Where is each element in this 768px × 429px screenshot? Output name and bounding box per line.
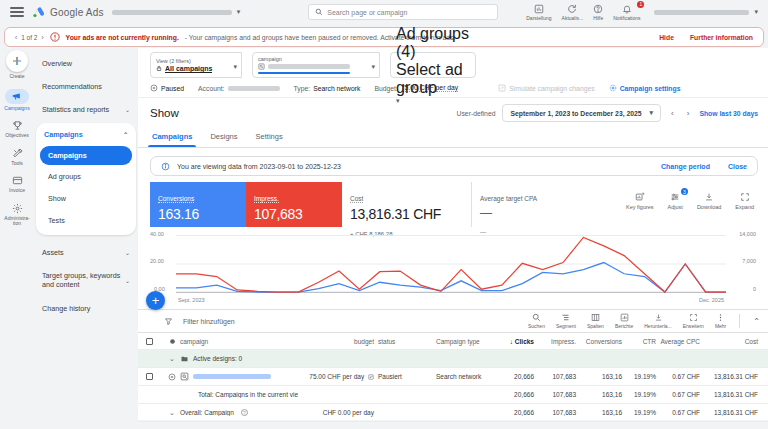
notifications-button[interactable]: 1 Notifications [613, 4, 640, 21]
nav-item-recommendations[interactable]: Recommendations [34, 75, 138, 98]
redacted-campaign-link[interactable] [193, 374, 271, 379]
simulate-icon [498, 84, 506, 92]
rail-item-administration[interactable]: Administra- tion [2, 203, 32, 227]
chevron-down-icon[interactable]: ⌄ [169, 409, 175, 417]
col-ctr[interactable]: CTR [626, 338, 660, 345]
nav-item-change-history[interactable]: Change history [34, 297, 138, 320]
cell-budget[interactable]: 75.00 CHF per day [298, 373, 378, 380]
nav-item-tests[interactable]: Tests [36, 209, 136, 231]
chevron-down-icon: ⌄ [125, 249, 130, 256]
refresh-icon [567, 4, 577, 14]
alert-more-link[interactable]: Further information [690, 34, 753, 41]
nav-item-show[interactable]: Show [36, 187, 136, 209]
nav-item-statistics[interactable]: Statistics and reports⌄ [34, 98, 138, 121]
rail-item-tools[interactable]: Tools [11, 148, 23, 167]
col-type[interactable]: Campaign type [436, 338, 498, 345]
col-budget[interactable]: budget [298, 338, 378, 345]
previous-period-button[interactable]: ‹ [668, 109, 677, 118]
paused-status-icon[interactable] [168, 373, 176, 381]
tab-campaigns[interactable]: Campaigns [152, 132, 192, 147]
alert-prev-icon[interactable]: ‹ [15, 34, 17, 41]
date-range-dropdown[interactable]: September 1, 2023 to December 23, 2025 ▾ [502, 104, 661, 122]
metric-card-conversions[interactable]: Conversions 163.16 + 161.16 [150, 182, 246, 227]
metric-card-cost[interactable]: Cost 13,816.31 CHF + CHF 8,186.28 [342, 182, 472, 227]
col-cost[interactable]: Cost [704, 338, 762, 345]
create-button[interactable]: Create [6, 50, 28, 80]
table-columns-button[interactable]: Spalten [587, 313, 604, 329]
col-status[interactable]: status [378, 338, 436, 345]
darstellung-button[interactable]: Darstellung [526, 4, 551, 21]
filter-bar: View (2 filters) All campaigns ▾ campaig… [138, 48, 768, 78]
nav-group-campaigns-header[interactable]: Campaigns⌃ [36, 123, 136, 146]
edit-pencil-icon[interactable] [368, 374, 374, 380]
rail-item-objectives[interactable]: Objectives [5, 120, 28, 139]
group-row-active-designs[interactable]: ⌄ Active designs: 0 [138, 350, 768, 368]
gear-icon [12, 203, 23, 214]
help-button[interactable]: Hilfe [593, 4, 603, 21]
key-figures-button[interactable]: Key figures [626, 192, 654, 227]
x-axis-end-label: Dec. 2025 [699, 297, 724, 303]
filter-input[interactable]: Filter hinzufügen [183, 318, 235, 325]
performance-chart[interactable]: 40.00 20.00 0.00 14,000 7,000 0 Sept. 20… [150, 231, 756, 303]
metric-card-impressions[interactable]: Impress. 107,683 - 8,369 [246, 182, 342, 227]
adjust-button[interactable]: 3 Adjust [668, 192, 683, 227]
nav-item-assets[interactable]: Assets⌄ [34, 241, 138, 264]
col-campaign[interactable]: campaign [180, 338, 298, 345]
next-period-button[interactable]: › [684, 109, 693, 118]
campaign-row[interactable]: 75.00 CHF per day Pausiert Search networ… [138, 368, 768, 386]
notification-badge: 1 [637, 1, 644, 8]
close-banner-link[interactable]: Close [728, 163, 747, 170]
menu-icon[interactable] [10, 7, 24, 17]
col-clicks[interactable]: ↓ Clicks [498, 338, 538, 345]
collapse-toolbar-icon[interactable]: ⌃ [753, 317, 760, 326]
campaign-filter-dropdown[interactable]: campaign ▾ [252, 52, 380, 78]
account-selector[interactable]: ▾ [112, 8, 241, 16]
product-name: Google Ads [50, 7, 104, 18]
search-placeholder: Search page or campaign [327, 9, 407, 16]
alert-pager-text: 1 of 2 [21, 34, 37, 41]
tab-designs[interactable]: Designs [210, 132, 237, 147]
search-input[interactable]: Search page or campaign [308, 4, 498, 20]
account-info: Account: [198, 85, 279, 92]
nav-item-campaigns-selected[interactable]: Campaigns [40, 146, 132, 165]
row-checkbox[interactable] [146, 373, 153, 380]
col-conversions[interactable]: Conversions [580, 338, 626, 345]
table-more-button[interactable]: Mehr [715, 313, 726, 329]
metric-card-target-cpa[interactable]: Average target CPA — — [472, 182, 602, 227]
tab-settings[interactable]: Settings [256, 132, 283, 147]
add-campaign-fab[interactable]: + [146, 291, 165, 310]
campaign-settings-link[interactable]: Campaign settings [609, 84, 681, 92]
change-period-link[interactable]: Change period [661, 163, 710, 170]
alert-next-icon[interactable]: › [41, 34, 43, 41]
table-segment-button[interactable]: Segment [556, 313, 576, 329]
tools-icon [12, 148, 23, 159]
view-filter-dropdown[interactable]: View (2 filters) All campaigns ▾ [150, 52, 242, 78]
col-cpc[interactable]: Average CPC [660, 338, 704, 345]
col-impress[interactable]: Impress. [538, 338, 580, 345]
paused-status[interactable]: Paused [150, 84, 184, 92]
redacted-user-email [654, 10, 749, 15]
table-reports-button[interactable]: Berichte [615, 313, 633, 329]
ad-group-dropdown[interactable]: Ad groups (4) Select ad group ▾ [390, 52, 476, 78]
user-account-menu[interactable]: ▾ [654, 8, 758, 16]
nav-item-overview[interactable]: Overview [34, 52, 138, 75]
chevron-down-icon[interactable]: ⌄ [169, 355, 175, 363]
table-search-button[interactable]: Suchen [528, 313, 545, 329]
table-download-button[interactable]: Herunterla... [644, 313, 672, 329]
series-conversions [176, 263, 726, 292]
download-button[interactable]: Download [697, 192, 721, 227]
filter-funnel-icon[interactable] [164, 317, 173, 326]
show-last-30-days-link[interactable]: Show last 30 days [699, 110, 758, 117]
nav-item-ad-groups[interactable]: Ad groups [36, 165, 136, 187]
chart-plot-area [176, 235, 726, 293]
expand-button[interactable]: Expand [735, 192, 754, 227]
select-all-checkbox[interactable] [146, 338, 153, 345]
alert-title: Your ads are not currently running. [66, 34, 179, 41]
refresh-button[interactable]: Aktualis... [562, 4, 584, 21]
alert-hide-link[interactable]: Hide [659, 34, 674, 41]
rail-item-invoice[interactable]: Invoice [9, 175, 25, 194]
table-expand-button[interactable]: Erweitern [683, 313, 704, 329]
nav-item-target-groups[interactable]: Target groups, keywords and content⌄ [34, 264, 138, 297]
rail-item-campaigns[interactable]: Campaigns [4, 89, 29, 112]
cell-type: Search network [436, 373, 498, 380]
